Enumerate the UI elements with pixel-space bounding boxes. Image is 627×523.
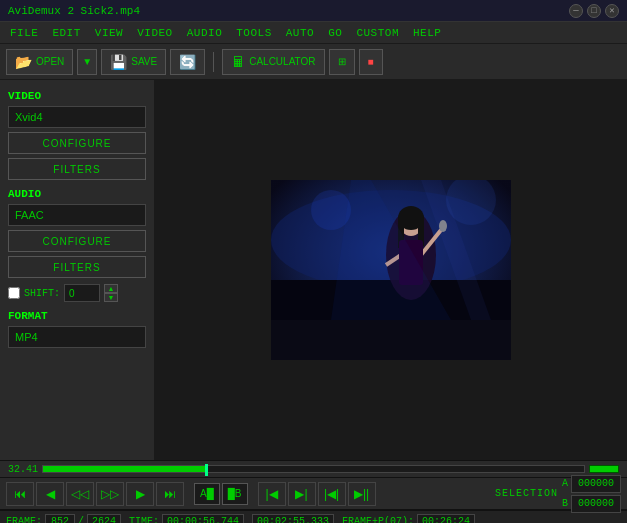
video-area xyxy=(155,80,627,460)
shift-row: Shift: 0 ▲ ▼ xyxy=(8,284,146,302)
open-icon: 📂 xyxy=(15,54,32,70)
main-content: Video Xvid4 Copy None Configure Filters … xyxy=(0,80,627,460)
prev-keyframe-button[interactable]: ◁◁ xyxy=(66,482,94,506)
total-time-value: 00:02:55.333 xyxy=(252,514,334,523)
video-section-label: Video xyxy=(8,90,146,102)
framep-label: Frame+P(07): xyxy=(342,516,414,523)
format-codec-wrapper: MP4 AVI MKV xyxy=(8,326,146,348)
paste-button[interactable]: ▶|| xyxy=(348,482,376,506)
close-button[interactable]: ✕ xyxy=(605,4,619,18)
video-filters-button[interactable]: Filters xyxy=(8,158,146,180)
color-button[interactable]: ■ xyxy=(359,49,383,75)
time-field: Time: 00:00:56.744 xyxy=(129,514,244,523)
selection-a-value: 000000 xyxy=(571,475,621,493)
menu-file[interactable]: File xyxy=(4,25,44,41)
a-label: A xyxy=(562,478,568,489)
menu-audio[interactable]: Audio xyxy=(181,25,229,41)
shift-checkbox[interactable] xyxy=(8,287,20,299)
refresh-button[interactable]: 🔄 xyxy=(170,49,205,75)
audio-section-label: Audio xyxy=(8,188,146,200)
video-configure-button[interactable]: Configure xyxy=(8,132,146,154)
go-end-button[interactable]: ⏭ xyxy=(156,482,184,506)
open-dropdown-button[interactable]: ▼ xyxy=(77,49,97,75)
b-label: B xyxy=(562,498,568,509)
svg-point-16 xyxy=(311,190,351,230)
total-time-field: 00:02:55.333 xyxy=(252,514,334,523)
timeline-progress xyxy=(43,466,205,472)
audio-filters-button[interactable]: Filters xyxy=(8,256,146,278)
title-bar: AviDemux 2 Sick2.mp4 ─ □ ✕ xyxy=(0,0,627,22)
save-button[interactable]: 💾 Save xyxy=(101,49,166,75)
video-codec-wrapper: Xvid4 Copy None xyxy=(8,106,146,128)
video-preview xyxy=(271,180,511,360)
framep-value: 00:26:24 xyxy=(417,514,475,523)
color-icon: ■ xyxy=(368,56,374,67)
format-section-label: Format xyxy=(8,310,146,322)
set-a-button[interactable]: A█ xyxy=(194,483,220,505)
toolbar: 📂 Open ▼ 💾 Save 🔄 🖩 Calculator ⊞ ■ xyxy=(0,44,627,80)
audio-codec-wrapper: FAAC Copy MP3 xyxy=(8,204,146,226)
menu-help[interactable]: Help xyxy=(407,25,447,41)
save-icon: 💾 xyxy=(110,54,127,70)
left-panel: Video Xvid4 Copy None Configure Filters … xyxy=(0,80,155,460)
format-codec-select[interactable]: MP4 AVI MKV xyxy=(8,326,146,348)
selection-label: Selection xyxy=(495,488,558,499)
menu-video[interactable]: Video xyxy=(131,25,179,41)
shift-spinner: ▲ ▼ xyxy=(104,284,118,302)
open-button[interactable]: 📂 Open xyxy=(6,49,73,75)
menu-bar: File Edit View Video Audio Tools Auto Go… xyxy=(0,22,627,44)
go-b-button[interactable]: ▶| xyxy=(288,482,316,506)
menu-auto[interactable]: Auto xyxy=(280,25,320,41)
shift-input[interactable]: 0 xyxy=(64,284,100,302)
selection-b-value: 000000 xyxy=(571,495,621,513)
frame-separator: / xyxy=(78,516,84,523)
cut-button[interactable]: |◀| xyxy=(318,482,346,506)
menu-go[interactable]: Go xyxy=(322,25,348,41)
time-value: 00:00:56.744 xyxy=(162,514,244,523)
go-start-button[interactable]: ⏮ xyxy=(6,482,34,506)
next-frame-button[interactable]: ▶ xyxy=(126,482,154,506)
refresh-icon: 🔄 xyxy=(179,54,196,70)
calculator-button[interactable]: 🖩 Calculator xyxy=(222,49,324,75)
menu-edit[interactable]: Edit xyxy=(46,25,86,41)
video-codec-select[interactable]: Xvid4 Copy None xyxy=(8,106,146,128)
set-b-button[interactable]: █B xyxy=(222,483,248,505)
audio-codec-select[interactable]: FAAC Copy MP3 xyxy=(8,204,146,226)
next-keyframe-button[interactable]: ▷▷ xyxy=(96,482,124,506)
toolbar-separator xyxy=(213,52,214,72)
frame-field: Frame: 852 / 2624 xyxy=(6,514,121,523)
prev-frame-button[interactable]: ◀ xyxy=(36,482,64,506)
selection-panel: Selection A 000000 B 000000 xyxy=(495,475,621,513)
frame-label: Frame: xyxy=(6,516,42,523)
shift-label: Shift: xyxy=(24,288,60,299)
menu-tools[interactable]: Tools xyxy=(230,25,278,41)
timeline-position-label: 32.41 xyxy=(8,464,38,475)
menu-custom[interactable]: Custom xyxy=(350,25,405,41)
svg-rect-13 xyxy=(271,320,511,360)
timeline-playhead xyxy=(205,464,208,476)
timeline-track[interactable] xyxy=(42,465,585,473)
total-frames-value: 2624 xyxy=(87,514,121,523)
calculator-icon: 🖩 xyxy=(231,54,245,70)
time-label: Time: xyxy=(129,516,159,523)
shift-up-button[interactable]: ▲ xyxy=(104,284,118,293)
app-title: AviDemux 2 Sick2.mp4 xyxy=(8,5,569,17)
go-a-button[interactable]: |◀ xyxy=(258,482,286,506)
menu-view[interactable]: View xyxy=(89,25,129,41)
framep-field: Frame+P(07): 00:26:24 xyxy=(342,514,475,523)
maximize-button[interactable]: □ xyxy=(587,4,601,18)
selection-values: A 000000 B 000000 xyxy=(562,475,621,513)
segments-button[interactable]: ⊞ xyxy=(329,49,355,75)
segments-icon: ⊞ xyxy=(338,56,346,67)
audio-configure-button[interactable]: Configure xyxy=(8,230,146,252)
video-frame xyxy=(271,180,511,360)
timeline-end-marker xyxy=(589,465,619,473)
frame-value: 852 xyxy=(45,514,75,523)
minimize-button[interactable]: ─ xyxy=(569,4,583,18)
shift-down-button[interactable]: ▼ xyxy=(104,293,118,302)
controls-bar: ⏮ ◀ ◁◁ ▷▷ ▶ ⏭ A█ █B |◀ ▶| |◀| ▶|| Select… xyxy=(0,478,627,510)
